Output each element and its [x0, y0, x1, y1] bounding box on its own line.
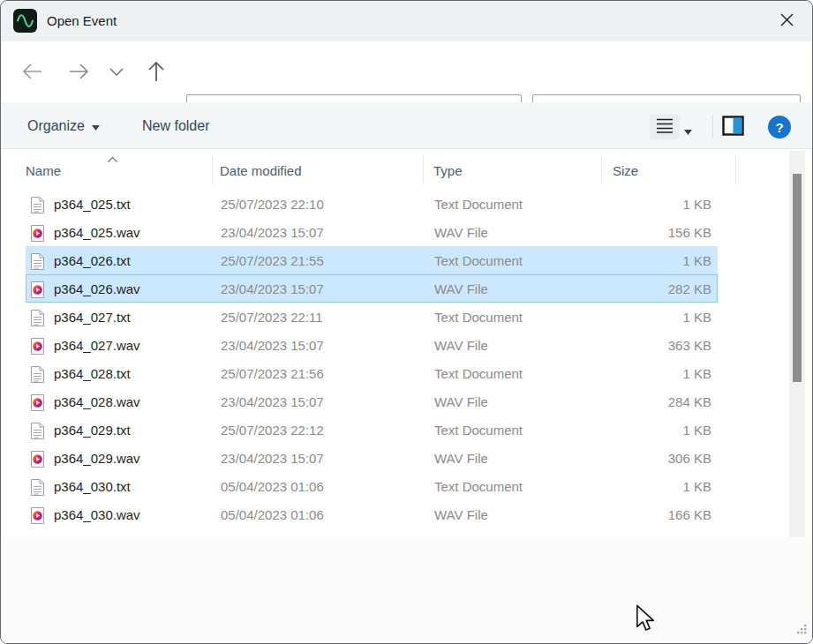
title-bar: Open Event — [1, 1, 812, 41]
file-size: 1 KB — [682, 473, 711, 501]
column-separator[interactable] — [601, 156, 602, 184]
file-name: p364_027.txt — [54, 303, 131, 332]
text-file-icon — [30, 422, 45, 440]
file-date-modified: 23/04/2023 15:07 — [221, 275, 324, 303]
file-type: WAV File — [434, 388, 488, 416]
file-row[interactable]: p364_030.txt05/04/2023 01:06Text Documen… — [26, 472, 718, 500]
file-row[interactable]: p364_028.wav23/04/2023 15:07WAV File284 … — [26, 387, 718, 416]
toolbar-divider — [712, 115, 713, 138]
audio-file-icon — [30, 281, 45, 299]
file-row[interactable]: p364_028.txt25/07/2023 21:56Text Documen… — [26, 359, 718, 387]
file-date-modified: 25/07/2023 22:11 — [221, 303, 323, 332]
audio-file-icon — [30, 450, 45, 468]
back-button[interactable] — [20, 61, 45, 85]
file-type: WAV File — [434, 332, 488, 360]
file-type: Text Document — [434, 247, 523, 275]
app-waveform-icon — [13, 9, 37, 33]
file-date-modified: 05/04/2023 01:06 — [221, 501, 324, 529]
file-date-modified: 25/07/2023 21:55 — [221, 247, 324, 275]
file-date-modified: 23/04/2023 15:07 — [221, 388, 324, 416]
file-type: Text Document — [434, 303, 523, 332]
column-header-name[interactable]: Name — [26, 149, 61, 190]
file-name: p364_028.txt — [54, 360, 131, 388]
navigation-bar: « Windo... › Audio — [1, 41, 812, 102]
file-type: Text Document — [434, 473, 523, 501]
file-name: p364_027.wav — [54, 332, 140, 360]
file-name: p364_026.txt — [54, 247, 131, 275]
file-row[interactable]: p364_029.txt25/07/2023 22:12Text Documen… — [26, 416, 718, 444]
chevron-down-icon — [109, 66, 124, 79]
file-size: 156 KB — [668, 219, 711, 247]
file-size: 306 KB — [668, 445, 711, 473]
resize-grip[interactable] — [795, 623, 808, 639]
audio-file-icon — [30, 224, 45, 243]
forward-arrow-icon — [66, 61, 91, 85]
file-row[interactable]: p364_026.txt25/07/2023 21:55Text Documen… — [26, 246, 718, 274]
command-toolbar: Organize New folder ? — [1, 102, 812, 149]
caret-down-icon — [684, 124, 692, 138]
close-icon — [780, 13, 794, 29]
organize-button[interactable]: Organize — [27, 102, 100, 149]
vertical-scrollbar[interactable] — [789, 151, 805, 537]
file-type: WAV File — [434, 219, 488, 247]
scrollbar-thumb[interactable] — [793, 174, 802, 382]
open-event-dialog: Open Event — [0, 0, 813, 644]
recent-locations-button[interactable] — [109, 66, 124, 79]
file-size: 363 KB — [668, 332, 711, 360]
column-header-type[interactable]: Type — [433, 149, 463, 190]
file-type: Text Document — [434, 416, 523, 445]
file-date-modified: 05/04/2023 01:06 — [221, 473, 324, 501]
sort-ascending-icon — [107, 151, 118, 167]
column-separator[interactable] — [423, 156, 424, 184]
file-type: WAV File — [434, 275, 488, 303]
file-size: 166 KB — [668, 501, 711, 529]
dialog-footer: File name: All (*.aif *.aiff *.au *.even… — [1, 537, 812, 644]
close-button[interactable] — [773, 9, 800, 34]
preview-pane-icon — [722, 125, 744, 139]
file-row[interactable]: p364_025.wav23/04/2023 15:07WAV File156 … — [26, 218, 718, 246]
file-type: Text Document — [434, 360, 523, 388]
file-row[interactable]: p364_030.wav05/04/2023 01:06WAV File166 … — [26, 500, 718, 528]
column-header-size[interactable]: Size — [613, 149, 638, 190]
file-date-modified: 23/04/2023 15:07 — [221, 445, 324, 473]
caret-down-icon — [92, 118, 100, 134]
audio-file-icon — [30, 506, 45, 525]
new-folder-button[interactable]: New folder — [142, 102, 209, 149]
file-list: p364_025.txt25/07/2023 22:10Text Documen… — [1, 190, 812, 528]
column-separator[interactable] — [212, 156, 213, 184]
column-separator[interactable] — [735, 156, 736, 184]
file-name: p364_028.wav — [54, 388, 140, 416]
view-options-caret-button[interactable] — [684, 124, 692, 138]
file-size: 282 KB — [668, 275, 711, 303]
file-row[interactable]: p364_027.txt25/07/2023 22:11Text Documen… — [26, 303, 718, 331]
file-name: p364_030.wav — [54, 501, 140, 529]
file-row[interactable]: p364_027.wav23/04/2023 15:07WAV File363 … — [26, 331, 718, 359]
help-question-icon: ? — [775, 120, 783, 135]
up-button[interactable] — [146, 59, 167, 86]
file-date-modified: 25/07/2023 21:56 — [221, 360, 324, 388]
file-name: p364_025.txt — [54, 191, 131, 219]
audio-file-icon — [30, 337, 45, 356]
column-header-date-modified[interactable]: Date modified — [220, 149, 302, 190]
file-name: p364_030.txt — [54, 473, 131, 501]
file-name: p364_026.wav — [54, 275, 140, 303]
file-row[interactable]: p364_029.wav23/04/2023 15:07WAV File306 … — [26, 444, 718, 472]
file-date-modified: 23/04/2023 15:07 — [221, 332, 324, 360]
file-size: 1 KB — [682, 191, 711, 219]
file-name: p364_025.wav — [54, 219, 140, 247]
new-folder-label: New folder — [142, 118, 209, 134]
file-row[interactable]: p364_025.txt25/07/2023 22:10Text Documen… — [26, 190, 718, 218]
preview-pane-button[interactable] — [722, 116, 744, 139]
text-file-icon — [30, 309, 45, 327]
help-button[interactable]: ? — [768, 116, 791, 139]
file-size: 1 KB — [682, 303, 711, 332]
forward-button[interactable] — [66, 61, 91, 85]
file-type: WAV File — [434, 501, 488, 529]
text-file-icon — [30, 365, 45, 384]
column-header-row: Name Date modified Type Size — [1, 149, 812, 190]
file-name: p364_029.txt — [54, 416, 131, 445]
up-arrow-icon — [146, 59, 167, 86]
list-view-icon — [655, 117, 674, 136]
change-view-button[interactable] — [650, 114, 680, 139]
file-row[interactable]: p364_026.wav23/04/2023 15:07WAV File282 … — [26, 274, 718, 303]
